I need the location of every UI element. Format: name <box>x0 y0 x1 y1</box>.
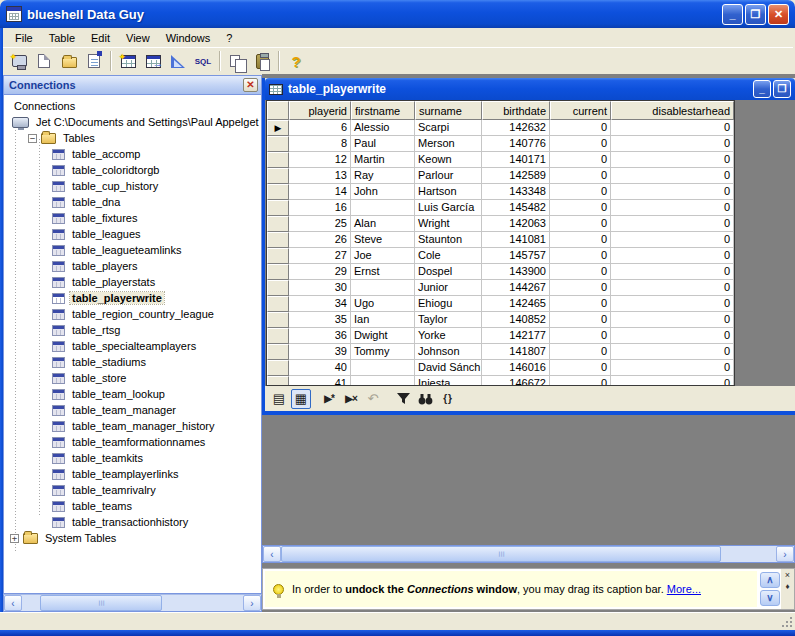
table-row[interactable]: 8 Paul Merson 140776 0 0 <box>267 136 734 152</box>
scrollbar-thumb[interactable] <box>281 546 721 562</box>
hint-scroll-down-icon[interactable]: ∨ <box>760 590 780 606</box>
row-selector[interactable] <box>267 248 289 264</box>
cell-current[interactable]: 0 <box>550 312 611 328</box>
sql-button[interactable]: SQL <box>191 50 215 72</box>
panel-close-button[interactable]: ✕ <box>243 78 258 92</box>
cell-surname[interactable]: Luis García <box>415 200 482 216</box>
table-row[interactable]: 29 Ernst Dospel 143900 0 0 <box>267 264 734 280</box>
scrollbar-track[interactable] <box>22 595 243 611</box>
cell-current[interactable]: 0 <box>550 168 611 184</box>
table-row[interactable]: 39 Tommy Johnson 141807 0 0 <box>267 344 734 360</box>
cell-birthdate[interactable]: 140776 <box>482 136 550 152</box>
scrollbar-thumb[interactable] <box>40 595 162 611</box>
cell-current[interactable]: 0 <box>550 376 611 386</box>
grid-view-button[interactable]: ▦ <box>291 389 311 409</box>
cell-current[interactable]: 0 <box>550 280 611 296</box>
table-row[interactable]: 25 Alan Wright 142063 0 0 <box>267 216 734 232</box>
row-selector[interactable] <box>267 312 289 328</box>
cell-surname[interactable]: Ehiogu <box>415 296 482 312</box>
cell-current[interactable]: 0 <box>550 120 611 136</box>
cell-surname[interactable]: Junior <box>415 280 482 296</box>
table-row[interactable]: 30 Junior 144267 0 0 <box>267 280 734 296</box>
tree-item-table[interactable]: table_coloridtorgb <box>4 162 261 178</box>
cell-surname[interactable]: Wright <box>415 216 482 232</box>
cell-firstname[interactable]: Joe <box>351 248 415 264</box>
column-header[interactable]: surname <box>415 101 482 120</box>
row-selector[interactable] <box>267 136 289 152</box>
column-header[interactable]: disablestarhead <box>611 101 734 120</box>
cell-current[interactable]: 0 <box>550 232 611 248</box>
row-selector[interactable] <box>267 216 289 232</box>
cell-disablestarhead[interactable]: 0 <box>611 296 734 312</box>
tree-folder-tables[interactable]: − Tables <box>4 130 261 146</box>
tree-item-table[interactable]: table_accomp <box>4 146 261 162</box>
menu-item[interactable]: Edit <box>83 30 118 46</box>
cell-current[interactable]: 0 <box>550 296 611 312</box>
row-selector[interactable] <box>267 328 289 344</box>
cell-playerid[interactable]: 36 <box>289 328 351 344</box>
mdi-horizontal-scrollbar[interactable]: ‹ › <box>262 545 795 563</box>
tree-item-table[interactable]: table_playerwrite <box>4 290 261 306</box>
undo-button[interactable]: ↶ <box>363 389 383 409</box>
cell-current[interactable]: 0 <box>550 184 611 200</box>
cell-current[interactable]: 0 <box>550 248 611 264</box>
filter-button[interactable] <box>393 389 413 409</box>
cell-disablestarhead[interactable]: 0 <box>611 184 734 200</box>
cell-firstname[interactable]: Alessio <box>351 120 415 136</box>
cell-surname[interactable]: Dospel <box>415 264 482 280</box>
table-row[interactable]: 16 Luis García 145482 0 0 <box>267 200 734 216</box>
cell-birthdate[interactable]: 142589 <box>482 168 550 184</box>
tree-item-table[interactable]: table_team_lookup <box>4 386 261 402</box>
cell-firstname[interactable]: Ray <box>351 168 415 184</box>
cell-current[interactable]: 0 <box>550 264 611 280</box>
cell-current[interactable]: 0 <box>550 328 611 344</box>
row-selector[interactable] <box>267 152 289 168</box>
tree-item-table[interactable]: table_fixtures <box>4 210 261 226</box>
cell-disablestarhead[interactable]: 0 <box>611 216 734 232</box>
row-selector[interactable] <box>267 296 289 312</box>
table-row[interactable]: 14 John Hartson 143348 0 0 <box>267 184 734 200</box>
cell-playerid[interactable]: 41 <box>289 376 351 386</box>
cell-birthdate[interactable]: 142632 <box>482 120 550 136</box>
maximize-button[interactable]: ❐ <box>745 4 766 25</box>
cell-disablestarhead[interactable]: 0 <box>611 120 734 136</box>
tree-item-table[interactable]: table_store <box>4 370 261 386</box>
scrollbar-track[interactable] <box>281 546 776 562</box>
cell-playerid[interactable]: 26 <box>289 232 351 248</box>
cell-firstname[interactable] <box>351 280 415 296</box>
row-selector[interactable] <box>267 264 289 280</box>
cell-birthdate[interactable]: 141081 <box>482 232 550 248</box>
row-selector[interactable] <box>267 344 289 360</box>
cell-birthdate[interactable]: 142465 <box>482 296 550 312</box>
cell-birthdate[interactable]: 145757 <box>482 248 550 264</box>
resize-grip[interactable] <box>781 616 793 628</box>
new-table-button[interactable]: ✦ <box>116 50 140 72</box>
menu-item[interactable]: View <box>118 30 158 46</box>
refresh-button[interactable]: { } <box>437 389 457 409</box>
cell-surname[interactable]: Keown <box>415 152 482 168</box>
table-window-maximize-button[interactable]: ❐ <box>773 80 791 98</box>
table-window-titlebar[interactable]: table_playerwrite _ ❐ <box>265 78 795 100</box>
cell-birthdate[interactable]: 141807 <box>482 344 550 360</box>
cell-surname[interactable]: Hartson <box>415 184 482 200</box>
tree-folder-system-tables[interactable]: + System Tables <box>4 530 261 546</box>
tree-item-table[interactable]: table_rtsg <box>4 322 261 338</box>
row-selector[interactable] <box>267 280 289 296</box>
table-row[interactable]: 34 Ugo Ehiogu 142465 0 0 <box>267 296 734 312</box>
minimize-button[interactable]: _ <box>722 4 743 25</box>
column-header[interactable]: current <box>550 101 611 120</box>
help-button[interactable]: ? <box>284 50 308 72</box>
table-row[interactable]: 13 Ray Parlour 142589 0 0 <box>267 168 734 184</box>
form-view-button[interactable]: ▤ <box>269 389 289 409</box>
table-row[interactable]: 12 Martin Keown 140171 0 0 <box>267 152 734 168</box>
tree-item-table[interactable]: table_leagueteamlinks <box>4 242 261 258</box>
tree-item-table[interactable]: table_transactionhistory <box>4 514 261 530</box>
cell-firstname[interactable]: Paul <box>351 136 415 152</box>
cell-birthdate[interactable]: 145482 <box>482 200 550 216</box>
design-button[interactable] <box>166 50 190 72</box>
column-header[interactable]: birthdate <box>482 101 550 120</box>
expand-icon[interactable]: + <box>10 534 19 543</box>
collapse-icon[interactable]: − <box>28 134 37 143</box>
cell-playerid[interactable]: 34 <box>289 296 351 312</box>
scroll-right-icon[interactable]: › <box>776 546 794 562</box>
